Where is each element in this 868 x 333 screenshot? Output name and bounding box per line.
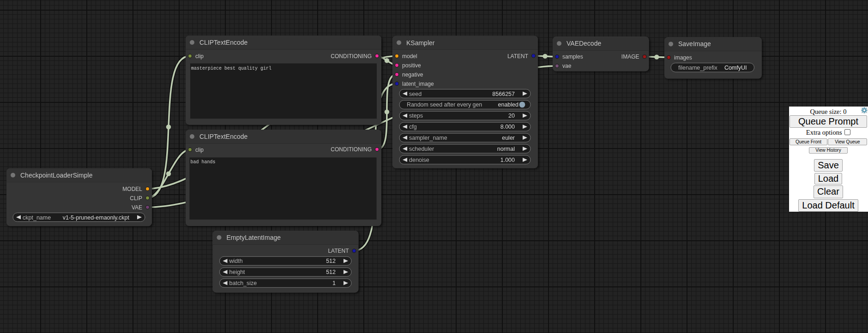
svg-text:width: width bbox=[229, 258, 243, 264]
svg-text:1: 1 bbox=[332, 280, 336, 286]
svg-text:model: model bbox=[402, 53, 417, 59]
svg-text:ckpt_name: ckpt_name bbox=[23, 214, 51, 221]
svg-text:512: 512 bbox=[326, 258, 336, 264]
svg-text:latent_image: latent_image bbox=[402, 81, 434, 87]
svg-text:512: 512 bbox=[326, 269, 336, 275]
svg-text:batch_size: batch_size bbox=[229, 280, 257, 286]
svg-text:ComfyUI: ComfyUI bbox=[724, 65, 747, 71]
svg-text:CLIPTextEncode: CLIPTextEncode bbox=[199, 133, 247, 140]
svg-text:masterpiece best quality girl: masterpiece best quality girl bbox=[191, 66, 271, 71]
svg-text:sampler_name: sampler_name bbox=[409, 135, 447, 141]
svg-text:CONDITIONING: CONDITIONING bbox=[331, 146, 372, 153]
svg-text:normal: normal bbox=[497, 146, 515, 152]
svg-text:CLIPTextEncode: CLIPTextEncode bbox=[199, 39, 247, 46]
svg-text:images: images bbox=[674, 54, 692, 61]
svg-text:LATENT: LATENT bbox=[328, 248, 349, 254]
svg-text:denoise: denoise bbox=[409, 157, 429, 163]
svg-text:steps: steps bbox=[409, 113, 423, 119]
svg-text:8.000: 8.000 bbox=[500, 124, 515, 130]
svg-text:positive: positive bbox=[402, 62, 421, 69]
svg-text:SaveImage: SaveImage bbox=[678, 40, 711, 48]
svg-text:euler: euler bbox=[502, 135, 515, 141]
svg-text:cfg: cfg bbox=[409, 124, 417, 130]
svg-text:CheckpointLoaderSimple: CheckpointLoaderSimple bbox=[20, 172, 93, 179]
svg-text:IMAGE: IMAGE bbox=[621, 54, 639, 60]
svg-text:Random seed after every gen: Random seed after every gen bbox=[407, 101, 482, 108]
svg-text:height: height bbox=[229, 269, 246, 275]
svg-text:filename_prefix: filename_prefix bbox=[678, 65, 718, 71]
svg-text:scheduler: scheduler bbox=[409, 146, 434, 152]
svg-text:seed: seed bbox=[409, 91, 422, 97]
svg-text:CLIP: CLIP bbox=[130, 195, 142, 202]
svg-text:negative: negative bbox=[402, 71, 423, 78]
svg-text:20: 20 bbox=[508, 113, 515, 119]
svg-text:MODEL: MODEL bbox=[122, 186, 142, 192]
svg-text:KSampler: KSampler bbox=[406, 39, 435, 47]
svg-text:8566257: 8566257 bbox=[492, 91, 515, 97]
svg-text:v1-5-pruned-emaonly.ckpt: v1-5-pruned-emaonly.ckpt bbox=[63, 214, 130, 221]
svg-text:clip: clip bbox=[195, 53, 204, 59]
svg-text:bad hands: bad hands bbox=[191, 160, 216, 165]
svg-text:VAE: VAE bbox=[132, 204, 142, 211]
svg-text:vae: vae bbox=[562, 63, 572, 69]
svg-text:VAEDecode: VAEDecode bbox=[567, 40, 601, 47]
svg-text:clip: clip bbox=[195, 147, 204, 153]
svg-text:enabled: enabled bbox=[498, 101, 519, 108]
svg-text:EmptyLatentImage: EmptyLatentImage bbox=[227, 234, 281, 241]
svg-text:CONDITIONING: CONDITIONING bbox=[331, 53, 372, 59]
svg-text:1.000: 1.000 bbox=[500, 157, 515, 163]
svg-text:samples: samples bbox=[562, 54, 583, 60]
svg-text:LATENT: LATENT bbox=[507, 53, 529, 59]
